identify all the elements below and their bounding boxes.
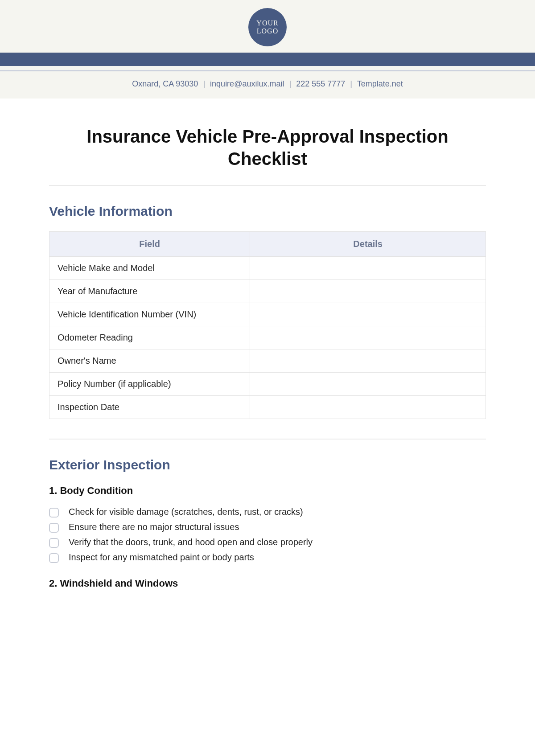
table-header-row: Field Details (49, 232, 486, 257)
vehicle-info-table: Field Details Vehicle Make and Model Yea… (49, 231, 486, 419)
logo-placeholder: YOUR LOGO (248, 8, 287, 46)
checkbox-icon[interactable] (49, 553, 59, 563)
table-row: Inspection Date (49, 396, 486, 419)
table-row: Year of Manufacture (49, 280, 486, 303)
separator-icon: | (289, 79, 291, 88)
contact-info-bar: Oxnard, CA 93030 | inquire@auxilux.mail … (0, 71, 535, 99)
section-exterior-heading: Exterior Inspection (49, 457, 486, 472)
table-row: Odometer Reading (49, 326, 486, 349)
header-bar (0, 53, 535, 66)
checklist-text: Check for visible damage (scratches, den… (69, 507, 303, 517)
checklist-text: Inspect for any mismatched paint or body… (69, 552, 254, 563)
divider (49, 439, 486, 440)
field-label: Year of Manufacture (49, 280, 250, 303)
field-label: Vehicle Identification Number (VIN) (49, 303, 250, 326)
checkbox-icon[interactable] (49, 538, 59, 548)
checklist-text: Verify that the doors, trunk, and hood o… (69, 537, 313, 547)
col-details: Details (250, 232, 486, 257)
separator-icon: | (203, 79, 205, 88)
contact-address: Oxnard, CA 93030 (132, 79, 198, 88)
divider (49, 185, 486, 186)
document-content: Insurance Vehicle Pre-Approval Inspectio… (0, 99, 535, 615)
table-row: Vehicle Make and Model (49, 257, 486, 280)
checkbox-icon[interactable] (49, 523, 59, 533)
header-area: YOUR LOGO Oxnard, CA 93030 | inquire@aux… (0, 0, 535, 99)
checklist-body-condition: Check for visible damage (scratches, den… (49, 505, 486, 565)
contact-phone: 222 555 7777 (296, 79, 345, 88)
list-item: Verify that the doors, trunk, and hood o… (49, 535, 486, 550)
table-row: Policy Number (if applicable) (49, 373, 486, 396)
logo-line1: YOUR (256, 19, 278, 27)
contact-email: inquire@auxilux.mail (210, 79, 284, 88)
col-field: Field (49, 232, 250, 257)
logo-wrap: YOUR LOGO (0, 8, 535, 53)
field-value[interactable] (250, 257, 486, 280)
subsection-body-condition: 1. Body Condition (49, 485, 486, 497)
table-row: Owner's Name (49, 349, 486, 373)
contact-site: Template.net (357, 79, 403, 88)
field-label: Odometer Reading (49, 326, 250, 349)
page-title: Insurance Vehicle Pre-Approval Inspectio… (49, 125, 486, 170)
separator-icon: | (350, 79, 352, 88)
logo-line2: LOGO (257, 27, 278, 35)
list-item: Ensure there are no major structural iss… (49, 520, 486, 535)
field-label: Vehicle Make and Model (49, 257, 250, 280)
checklist-text: Ensure there are no major structural iss… (69, 522, 239, 532)
field-label: Inspection Date (49, 396, 250, 419)
field-label: Policy Number (if applicable) (49, 373, 250, 396)
field-value[interactable] (250, 280, 486, 303)
checkbox-icon[interactable] (49, 508, 59, 518)
field-value[interactable] (250, 326, 486, 349)
field-value[interactable] (250, 373, 486, 396)
list-item: Check for visible damage (scratches, den… (49, 505, 486, 520)
section-vehicle-info-heading: Vehicle Information (49, 204, 486, 219)
field-value[interactable] (250, 303, 486, 326)
table-row: Vehicle Identification Number (VIN) (49, 303, 486, 326)
field-value[interactable] (250, 349, 486, 373)
list-item: Inspect for any mismatched paint or body… (49, 550, 486, 565)
field-label: Owner's Name (49, 349, 250, 373)
subsection-windshield-windows: 2. Windshield and Windows (49, 578, 486, 589)
field-value[interactable] (250, 396, 486, 419)
